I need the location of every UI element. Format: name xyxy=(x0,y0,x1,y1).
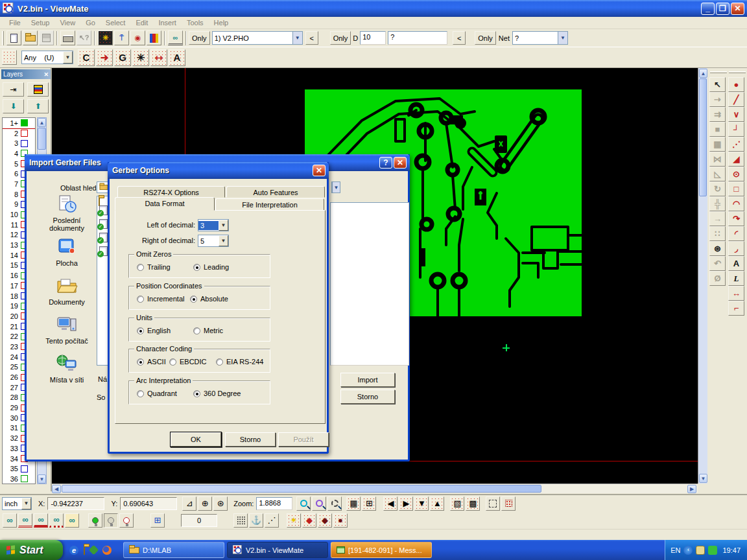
new-file-button[interactable] xyxy=(6,30,21,45)
context-help-button[interactable]: ↖? xyxy=(77,30,91,45)
radio-circle-icon[interactable] xyxy=(137,296,144,303)
layer-number[interactable]: 33 xyxy=(4,445,21,452)
bulb-outline-icon[interactable] xyxy=(119,513,134,528)
menu-item-go[interactable]: Go xyxy=(80,18,101,28)
layer-number[interactable]: 32 xyxy=(4,434,21,442)
vector-path-icon[interactable]: ⋰ xyxy=(265,513,279,528)
layers-scroll-down-icon[interactable]: ▼ xyxy=(38,474,46,484)
layer-number[interactable]: 36 xyxy=(4,475,21,483)
grid-offset-icon[interactable]: ▩ xyxy=(466,496,480,511)
layer-number[interactable]: 5 xyxy=(4,160,21,168)
gcode-filter-button[interactable]: G xyxy=(114,49,131,66)
menu-item-select[interactable]: Select xyxy=(101,18,131,28)
grid-snap-icon[interactable]: ⊞ xyxy=(362,496,376,511)
angle-measure-icon[interactable]: ⊿ xyxy=(182,496,196,511)
open-file-button[interactable] xyxy=(23,30,38,45)
tab-rs274x[interactable]: RS274-X Options xyxy=(117,186,225,198)
examine-highlight-icon[interactable]: ∞ xyxy=(65,513,79,528)
rotate-tool-button[interactable]: ↻ xyxy=(709,181,726,196)
checked-file-icon[interactable]: ✓ xyxy=(99,219,108,229)
canvas-hscrollbar[interactable]: ◀ ▶ xyxy=(52,484,698,493)
layer-color-swatch[interactable] xyxy=(21,119,28,126)
only-dcode-button[interactable]: Only xyxy=(330,31,351,45)
language-indicator[interactable]: EN xyxy=(670,546,680,554)
only-layer-button[interactable]: Only xyxy=(189,31,210,45)
text-filter-button[interactable]: A xyxy=(169,49,185,66)
hscroll-left-icon[interactable]: ◀ xyxy=(52,485,61,493)
layer-number[interactable]: 22 xyxy=(4,332,21,340)
selection-mode-combobox[interactable]: Any (U) ▼ xyxy=(21,51,73,64)
layer-number[interactable]: 34 xyxy=(4,455,21,463)
skew-tool-button[interactable]: ◺ xyxy=(709,167,726,181)
flash-highlight-icon[interactable]: ✦ xyxy=(287,513,301,528)
menu-item-view[interactable]: View xyxy=(54,18,80,28)
taskbar-item-viewmate[interactable]: V2.bin - ViewMate xyxy=(227,542,328,558)
dcode-letter-filter-button[interactable]: C xyxy=(78,49,95,66)
radio-metric[interactable]: Metric xyxy=(193,327,223,334)
place-documents[interactable]: Dokumenty xyxy=(34,276,99,306)
layer-number[interactable]: 26 xyxy=(4,373,21,381)
layer-color-swatch[interactable] xyxy=(21,475,28,482)
corner-trace-tool-button[interactable]: ┘ xyxy=(728,122,744,137)
layer-number[interactable]: 14 xyxy=(4,251,21,259)
line-tool-button[interactable]: ╱ xyxy=(728,92,744,107)
selection-mode-arrow[interactable]: ▼ xyxy=(63,51,73,64)
import-help-button[interactable]: ? xyxy=(379,157,392,169)
radio-ebcdic[interactable]: EBCDIC xyxy=(169,358,207,366)
fill-poly-tool-button[interactable]: ▦ xyxy=(709,137,726,152)
minimize-button[interactable]: _ xyxy=(701,3,715,15)
print-button[interactable] xyxy=(60,30,75,45)
quicklaunch-ie-icon[interactable]: e xyxy=(69,546,78,555)
layer-row-3[interactable]: 3 xyxy=(3,138,35,148)
dot-dark-icon[interactable]: ● xyxy=(333,513,348,528)
traverse-filter-button[interactable]: ➜ xyxy=(96,49,113,66)
flash-filter-button[interactable]: ✳ xyxy=(132,49,149,66)
diamond-dark-icon[interactable]: ◆ xyxy=(318,513,332,528)
radio-eia-rs-244[interactable]: EIA RS-244 xyxy=(216,358,263,366)
layer-number[interactable]: 28 xyxy=(4,393,21,401)
dot-grid-icon[interactable] xyxy=(233,513,248,528)
import-button[interactable]: Import xyxy=(340,373,395,387)
file-folder-icon[interactable] xyxy=(99,197,100,206)
import-cancel-button[interactable]: Storno xyxy=(340,390,395,404)
left-of-decimal-combobox[interactable]: 3 ▼ xyxy=(198,219,229,231)
l-text-tool-button[interactable]: L xyxy=(728,271,744,286)
layer-number[interactable]: 11 xyxy=(4,221,21,229)
tab-file-interpretation[interactable]: File Interpretation xyxy=(215,198,324,211)
layer-row-1+[interactable]: 1+ xyxy=(3,118,35,128)
layer-number[interactable]: 18 xyxy=(4,292,21,300)
menu-item-insert[interactable]: Insert xyxy=(153,18,182,28)
layer-number[interactable]: 12 xyxy=(4,231,21,239)
layer-number[interactable]: 24 xyxy=(4,353,21,361)
select-tool-button[interactable]: ↖ xyxy=(709,77,726,92)
pan-down-icon[interactable]: ▼ xyxy=(414,496,429,511)
tile-windows-icon[interactable]: ⊞ xyxy=(150,513,165,528)
layer-number[interactable]: 15 xyxy=(4,261,21,269)
quicklaunch-folder-icon[interactable] xyxy=(84,546,85,554)
copy-selection-button[interactable]: ⇉ xyxy=(709,107,726,122)
pan-left-icon[interactable]: ◀ xyxy=(383,496,397,511)
radio-incremental[interactable]: Incremental xyxy=(137,295,184,303)
grid-origin-icon[interactable]: ▧ xyxy=(450,496,464,511)
taskbar-item-explorer[interactable]: D:\MLAB xyxy=(123,542,224,558)
units-combobox[interactable]: inch ▼ xyxy=(2,497,32,510)
radio-circle-icon[interactable] xyxy=(169,358,176,366)
menu-item-help[interactable]: Help xyxy=(209,18,234,28)
layer-number[interactable]: 16 xyxy=(4,272,21,279)
right-of-decimal-combobox[interactable]: 5 ▼ xyxy=(198,235,229,247)
mirror-tool-button[interactable]: ⋈ xyxy=(709,152,726,167)
checked-file-icon[interactable]: ✓ xyxy=(99,233,108,242)
menu-item-edit[interactable]: Edit xyxy=(130,18,153,28)
menu-item-file[interactable]: File xyxy=(4,18,26,28)
radio-circle-icon[interactable] xyxy=(137,390,144,397)
checked-file-icon[interactable]: ✓ xyxy=(99,246,108,256)
layer-combobox[interactable]: 1) V2.PHO ▼ xyxy=(212,31,303,45)
layer-number[interactable]: 30 xyxy=(4,414,21,422)
pan-up-icon[interactable]: ▲ xyxy=(430,496,444,511)
arc-ccw-tool-button[interactable]: ◜ xyxy=(728,226,744,241)
quicklaunch-firefox-icon[interactable] xyxy=(102,546,112,555)
hscroll-right-icon[interactable]: ▶ xyxy=(687,485,696,493)
tray-app-icon[interactable] xyxy=(696,546,705,555)
hide-icons-icon[interactable]: ‹ xyxy=(683,546,693,555)
bulb-off-icon[interactable] xyxy=(104,513,118,528)
